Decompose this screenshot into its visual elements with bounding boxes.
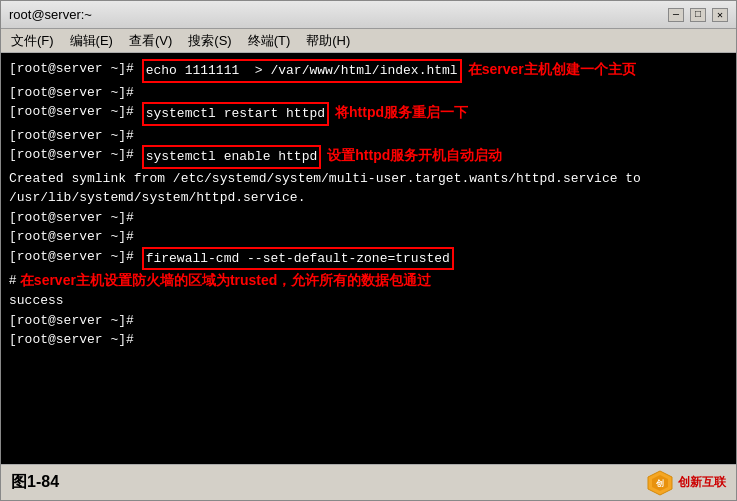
close-button[interactable]: ✕ (712, 8, 728, 22)
figure-label: 图1-84 (11, 472, 59, 493)
terminal-line-11: # 在server主机设置防火墙的区域为trusted，允许所有的数据包通过 (9, 270, 728, 291)
prompt-10: [root@server ~]# (9, 247, 142, 267)
terminal-line-3: [root@server ~]# systemctl restart httpd… (9, 102, 728, 126)
annotation-11: 在server主机设置防火墙的区域为trusted，允许所有的数据包通过 (20, 270, 432, 291)
menu-search[interactable]: 搜索(S) (182, 30, 237, 52)
terminal-line-5: [root@server ~]# systemctl enable httpd … (9, 145, 728, 169)
terminal-line-4: [root@server ~]# (9, 126, 728, 146)
window-controls: — □ ✕ (668, 8, 728, 22)
annotation-3: 将httpd服务重启一下 (335, 102, 468, 123)
svg-text:创: 创 (655, 479, 664, 488)
text-9: [root@server ~]# (9, 227, 142, 247)
terminal-line-13: [root@server ~]# (9, 311, 728, 331)
text-13: [root@server ~]# (9, 311, 142, 331)
terminal-body[interactable]: [root@server ~]# echo 1111111 > /var/www… (1, 53, 736, 464)
window-title: root@server:~ (9, 7, 92, 22)
terminal-window: root@server:~ — □ ✕ 文件(F) 编辑(E) 查看(V) 搜索… (0, 0, 737, 501)
prompt-5: [root@server ~]# (9, 145, 142, 165)
cmd-box-3: systemctl restart httpd (142, 102, 329, 126)
text-8: [root@server ~]# (9, 208, 142, 228)
text-7: /usr/lib/systemd/system/httpd.service. (9, 188, 305, 208)
prompt-1: [root@server ~]# (9, 59, 142, 79)
maximize-button[interactable]: □ (690, 8, 706, 22)
annotation-5: 设置httpd服务开机自动启动 (327, 145, 502, 166)
menu-view[interactable]: 查看(V) (123, 30, 178, 52)
text-12: success (9, 291, 64, 311)
menu-help[interactable]: 帮助(H) (300, 30, 356, 52)
menu-file[interactable]: 文件(F) (5, 30, 60, 52)
terminal-line-7: /usr/lib/systemd/system/httpd.service. (9, 188, 728, 208)
menu-terminal[interactable]: 终端(T) (242, 30, 297, 52)
terminal-line-12: success (9, 291, 728, 311)
minimize-button[interactable]: — (668, 8, 684, 22)
terminal-line-9: [root@server ~]# (9, 227, 728, 247)
annotation-1: 在server主机创建一个主页 (468, 59, 636, 80)
logo-area: 创 创新互联 (646, 469, 726, 497)
text-6: Created symlink from /etc/systemd/system… (9, 169, 641, 189)
logo-icon: 创 (646, 469, 674, 497)
text-4: [root@server ~]# (9, 126, 142, 146)
logo-text: 创新互联 (678, 474, 726, 491)
terminal-line-8: [root@server ~]# (9, 208, 728, 228)
terminal-line-6: Created symlink from /etc/systemd/system… (9, 169, 728, 189)
menu-edit[interactable]: 编辑(E) (64, 30, 119, 52)
terminal-line-10: [root@server ~]# firewall-cmd --set-defa… (9, 247, 728, 271)
cmd-box-5: systemctl enable httpd (142, 145, 322, 169)
text-2: [root@server ~]# (9, 83, 142, 103)
terminal-line-14: [root@server ~]# (9, 330, 728, 350)
prompt-3: [root@server ~]# (9, 102, 142, 122)
menu-bar: 文件(F) 编辑(E) 查看(V) 搜索(S) 终端(T) 帮助(H) (1, 29, 736, 53)
title-bar: root@server:~ — □ ✕ (1, 1, 736, 29)
cmd-box-1: echo 1111111 > /var/www/html/index.html (142, 59, 462, 83)
terminal-line-1: [root@server ~]# echo 1111111 > /var/www… (9, 59, 728, 83)
terminal-line-2: [root@server ~]# (9, 83, 728, 103)
text-14: [root@server ~]# (9, 330, 142, 350)
cmd-box-10: firewall-cmd --set-default-zone=trusted (142, 247, 454, 271)
bottom-bar: 图1-84 创 创新互联 (1, 464, 736, 500)
